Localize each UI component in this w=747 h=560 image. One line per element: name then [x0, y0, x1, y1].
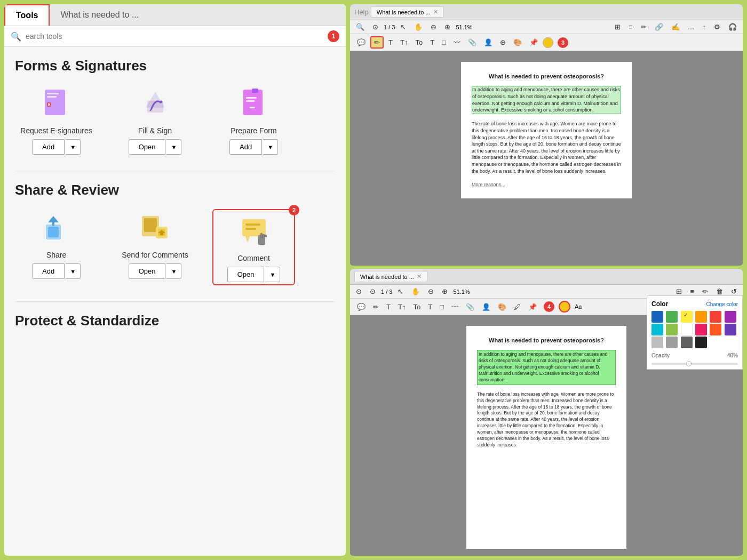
svg-rect-2 [47, 96, 57, 98]
color-gray[interactable] [666, 337, 678, 348]
color-white[interactable] [681, 324, 693, 335]
color-deep-orange[interactable] [710, 324, 721, 335]
badge-3: 3 [558, 37, 568, 48]
columns-btn[interactable]: ≡ [626, 22, 635, 32]
b-color-swatch-btn[interactable] [559, 301, 570, 313]
b-box-btn[interactable]: □ [437, 302, 447, 312]
b-stamp-btn[interactable]: 👤 [479, 302, 493, 312]
forms-tools-grid: Request E-signatures Add ▼ [15, 85, 335, 155]
b-back-btn[interactable]: ⊙ [367, 286, 378, 297]
b-zoom-out-btn[interactable]: ⊙ [353, 286, 364, 297]
color-cyan[interactable] [651, 324, 663, 335]
opacity-handle[interactable] [686, 361, 692, 366]
hand-btn[interactable]: ✋ [411, 22, 425, 32]
b-textsize-btn[interactable]: T↑ [395, 302, 408, 312]
tab-document[interactable]: What is needed to ... [50, 4, 149, 26]
fill-sign-dropdown-btn[interactable]: ▼ [166, 139, 181, 155]
fill-sign-open-btn[interactable]: Open [129, 139, 166, 155]
svg-rect-12 [250, 107, 255, 108]
pin-btn[interactable]: 📌 [527, 37, 541, 47]
prepare-form-buttons: Add ▼ [229, 139, 278, 155]
measure-btn[interactable]: ⊕ [497, 37, 508, 47]
share-add-btn[interactable]: Add [32, 263, 65, 279]
zoom-out-btn[interactable]: 🔍 [353, 22, 367, 32]
color-purple[interactable] [725, 311, 736, 323]
color-swatch-top-btn[interactable] [543, 37, 553, 48]
top-viewer-toolbar-2: 💬 ✏ T T↑ To T □ 〰 📎 👤 ⊕ 🎨 📌 3 [350, 34, 743, 51]
settings-btn[interactable]: ⚙ [711, 22, 723, 32]
color-light-green[interactable] [666, 324, 678, 335]
draw-btn[interactable]: 〰 [451, 37, 463, 47]
send-comments-open-btn[interactable]: Open [129, 263, 166, 279]
comment-open-btn[interactable]: Open [227, 267, 265, 282]
layout-btn[interactable]: ⊞ [612, 22, 623, 32]
b-cursor-btn[interactable]: ↖ [395, 286, 406, 297]
back-btn[interactable]: ⊙ [370, 22, 381, 32]
color-light-gray[interactable] [651, 337, 663, 348]
b-attach-btn[interactable]: 📎 [463, 302, 477, 312]
color-orange[interactable] [695, 311, 707, 323]
search-input[interactable] [26, 32, 323, 41]
top-tab-close[interactable]: ✕ [433, 9, 438, 15]
text-small-btn[interactable]: To [412, 37, 425, 47]
esig-buttons: Add ▼ [32, 139, 81, 155]
text-btn[interactable]: T [386, 37, 395, 47]
esig-add-btn[interactable]: Add [32, 139, 65, 155]
top-viewer-tab[interactable]: What is needed to ... ✕ [371, 6, 444, 18]
sign-btn[interactable]: ✍ [669, 22, 682, 32]
color-red[interactable] [710, 311, 721, 323]
b-draw-btn[interactable]: 〰 [449, 302, 461, 312]
headset-btn[interactable]: 🎧 [726, 22, 740, 32]
prepare-form-dropdown-btn[interactable]: ▼ [263, 139, 278, 155]
color-black[interactable] [695, 337, 707, 348]
box-btn[interactable]: □ [439, 37, 449, 47]
color-dark-gray[interactable] [681, 337, 693, 348]
send-comments-dropdown-btn[interactable]: ▼ [166, 263, 181, 279]
comment-dropdown-btn[interactable]: ▼ [265, 267, 280, 282]
prepare-form-add-btn[interactable]: Add [229, 139, 262, 155]
more-tools-btn[interactable]: … [685, 22, 697, 32]
tab-tools[interactable]: Tools [4, 4, 50, 26]
bottom-tab-close[interactable]: ✕ [417, 273, 422, 280]
b-measure-btn[interactable]: 🎨 [495, 302, 509, 312]
color-pink[interactable] [695, 324, 707, 335]
change-color-label[interactable]: Change color [706, 301, 738, 307]
attach-btn[interactable]: 📎 [465, 37, 479, 47]
zoom-plus-btn[interactable]: ⊕ [442, 22, 453, 32]
text-size-btn[interactable]: T↑ [398, 37, 410, 47]
highlight-pen-btn[interactable]: ✏ [370, 36, 384, 49]
b-text-btn[interactable]: T [384, 302, 393, 312]
tool-esignatures: Request E-signatures Add ▼ [15, 85, 98, 155]
b-textsmall-btn[interactable]: To [410, 302, 423, 312]
top-viewer-toolbar-1: 🔍 ⊙ 1 / 3 ↖ ✋ ⊖ ⊕ 51.1% ⊞ ≡ ✏ 🔗 ✍ … ↑ ⚙ … [350, 20, 743, 34]
page-info: 1 / 3 [384, 24, 395, 30]
edit-btn[interactable]: ✏ [638, 22, 649, 32]
b-comment-btn[interactable]: 💬 [354, 302, 368, 312]
comment-label: Comment [237, 254, 270, 262]
share-btn[interactable]: ↑ [700, 22, 709, 32]
comment-panel-btn[interactable]: 💬 [354, 37, 368, 47]
svg-rect-8 [243, 90, 263, 115]
color-green[interactable] [666, 311, 678, 323]
b-pin-btn[interactable]: 📌 [526, 302, 539, 312]
opacity-bar[interactable] [651, 363, 738, 365]
b-color-btn[interactable]: 🖊 [511, 302, 523, 312]
b-highlight-btn[interactable]: ✏ [370, 302, 382, 312]
cursor-btn[interactable]: ↖ [398, 22, 409, 32]
share-dropdown-btn[interactable]: ▼ [66, 263, 81, 279]
text-style-btn[interactable]: T [427, 37, 437, 47]
color-fill-btn[interactable]: 🎨 [511, 37, 525, 47]
search-bar: 🔍 1 [4, 26, 346, 47]
b-textstyle-btn[interactable]: T [425, 302, 435, 312]
esig-dropdown-btn[interactable]: ▼ [66, 139, 81, 155]
bottom-viewer-tab[interactable]: What is needed to ... ✕ [354, 271, 427, 282]
link-btn[interactable]: 🔗 [652, 22, 666, 32]
color-blue[interactable] [651, 311, 663, 323]
color-yellow[interactable]: ✓ [681, 311, 693, 323]
zoom-minus-btn[interactable]: ⊖ [428, 22, 439, 32]
color-deep-purple[interactable] [725, 324, 736, 335]
stamp-btn[interactable]: 👤 [481, 37, 495, 47]
b-zoom-plus-btn[interactable]: ⊕ [439, 286, 450, 297]
b-zoom-minus-btn[interactable]: ⊖ [425, 286, 436, 297]
b-hand-btn[interactable]: ✋ [409, 286, 423, 297]
